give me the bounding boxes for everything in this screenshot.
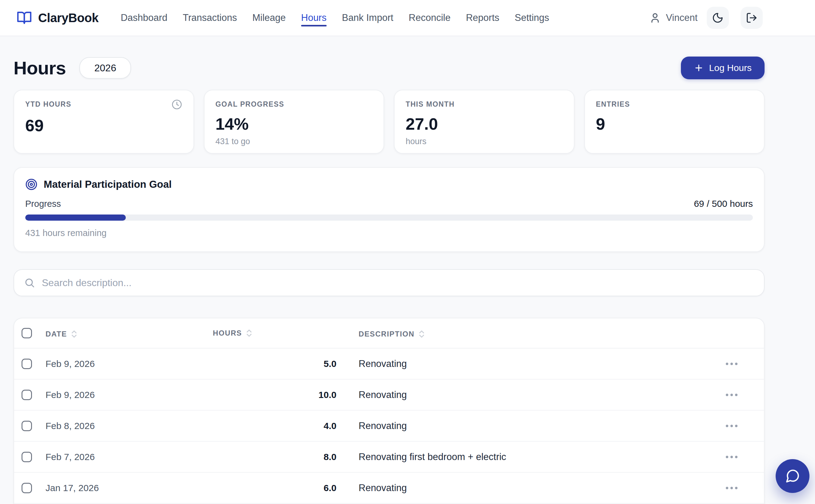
nav-item-reports[interactable]: Reports [466,0,499,36]
page-header: Hours 2026 Log Hours [14,57,765,79]
column-header-description[interactable]: DESCRIPTION [359,329,425,339]
app-screen: ClaryBook Dashboard Transactions Mileage… [0,0,815,504]
brand-name: ClaryBook [38,11,98,25]
row-checkbox[interactable] [22,390,32,400]
logout-button[interactable] [741,7,763,29]
plus-icon [694,63,704,73]
stat-value: 69 [25,116,182,135]
search-bar [14,269,765,296]
table-header-row: DATE HOURS DES [14,318,764,348]
material-participation-goal-card: Material Participation Goal Progress 69 … [14,167,765,252]
row-description: Renovating [343,389,723,400]
target-icon [25,178,37,191]
user-chip: Vincent [649,12,698,24]
row-date: Jan 17, 2026 [45,483,213,493]
goal-ratio: 69 / 500 hours [694,199,753,209]
goal-remaining: 431 hours remaining [25,228,753,238]
logout-icon [746,12,758,24]
stats-row: YTD HOURS 69 GOAL PROGRESS 14% 431 to go… [14,90,765,154]
goal-progress-bar [25,215,753,221]
main-content: Hours 2026 Log Hours YTD HOURS 69 [14,57,765,504]
nav-item-mileage[interactable]: Mileage [252,0,286,36]
row-description: Renovating [343,420,723,431]
row-checkbox[interactable] [22,483,32,493]
sort-icon [71,329,77,339]
nav-item-dashboard[interactable]: Dashboard [120,0,167,36]
table-row: Feb 7, 2026 8.0 Renovating first bedroom… [14,442,764,473]
hours-table: DATE HOURS DES [14,318,765,504]
brand-logo[interactable]: ClaryBook [17,10,98,26]
nav-item-hours[interactable]: Hours [301,0,327,36]
log-hours-button[interactable]: Log Hours [681,57,765,79]
moon-icon [712,12,724,24]
chat-support-button[interactable] [776,459,809,493]
stat-card-entries: ENTRIES 9 [584,90,765,154]
stat-card-ytd-hours: YTD HOURS 69 [14,90,194,154]
table-row: Feb 9, 2026 10.0 Renovating [14,380,764,411]
goal-progress-fill [25,215,126,221]
main-nav: Dashboard Transactions Mileage Hours Ban… [120,0,549,36]
column-label: DATE [45,330,67,338]
stat-sub: hours [406,137,563,146]
stat-card-this-month: THIS MONTH 27.0 hours [394,90,574,154]
column-label: HOURS [213,329,242,337]
goal-title: Material Participation Goal [44,179,171,190]
row-checkbox[interactable] [22,452,32,462]
row-checkbox[interactable] [22,359,32,369]
row-description: Renovating first bedroom + electric [343,451,723,463]
user-icon [649,12,661,24]
table-row: Jan 17, 2026 6.0 Renovating [14,473,764,504]
column-header-date[interactable]: DATE [45,329,77,339]
stat-label: THIS MONTH [406,100,455,108]
sort-icon [418,329,425,339]
row-menu-button[interactable] [723,452,740,462]
nav-item-bank-import[interactable]: Bank Import [342,0,393,36]
clock-icon [171,99,182,110]
stat-label: GOAL PROGRESS [216,100,285,108]
stat-label: YTD HOURS [25,100,71,108]
row-date: Feb 9, 2026 [45,390,213,400]
stat-label: ENTRIES [596,100,630,108]
table-row: Feb 9, 2026 5.0 Renovating [14,348,764,380]
stat-card-goal-progress: GOAL PROGRESS 14% 431 to go [204,90,384,154]
dark-mode-toggle-button[interactable] [707,7,729,29]
row-hours: 4.0 [213,421,343,431]
stat-value: 27.0 [406,115,563,133]
stat-sub: 431 to go [216,137,373,146]
top-navigation-bar: ClaryBook Dashboard Transactions Mileage… [0,0,815,36]
column-header-hours[interactable]: HOURS [213,329,253,338]
stat-value: 14% [216,115,373,133]
nav-item-transactions[interactable]: Transactions [183,0,237,36]
search-input[interactable] [42,277,754,289]
log-hours-label: Log Hours [709,63,752,73]
table-row: Feb 8, 2026 4.0 Renovating [14,411,764,442]
nav-item-settings[interactable]: Settings [515,0,549,36]
year-select[interactable]: 2026 [79,57,131,79]
row-date: Feb 9, 2026 [45,359,213,369]
chat-bubble-icon [785,468,800,484]
row-date: Feb 7, 2026 [45,452,213,462]
row-date: Feb 8, 2026 [45,421,213,431]
row-menu-button[interactable] [723,390,740,400]
row-menu-button[interactable] [723,421,740,431]
row-menu-button[interactable] [723,359,740,369]
row-checkbox[interactable] [22,421,32,431]
user-name: Vincent [666,12,698,23]
select-all-checkbox[interactable] [22,328,32,338]
sort-icon [246,329,253,338]
row-hours: 6.0 [213,483,343,493]
row-menu-button[interactable] [723,483,740,493]
page-title: Hours [14,57,66,79]
search-icon [24,277,35,288]
row-description: Renovating [343,482,723,494]
goal-progress-label: Progress [25,199,61,209]
nav-item-reconcile[interactable]: Reconcile [409,0,451,36]
row-hours: 10.0 [213,390,343,400]
column-label: DESCRIPTION [359,330,415,338]
topbar-right-cluster: Vincent [649,7,763,29]
row-hours: 8.0 [213,452,343,462]
stat-value: 9 [596,115,753,133]
row-description: Renovating [343,358,723,369]
row-hours: 5.0 [213,359,343,369]
open-book-icon [17,10,32,26]
